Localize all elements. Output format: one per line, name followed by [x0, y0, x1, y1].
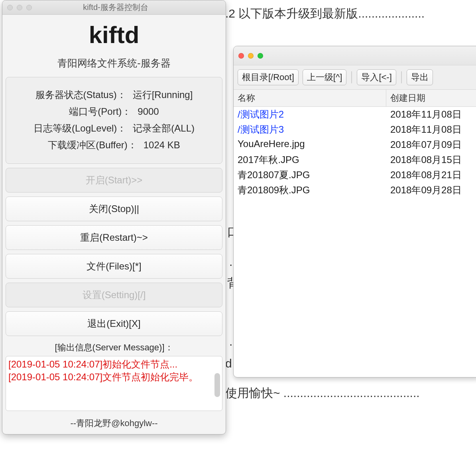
port-value: 9000: [138, 106, 159, 117]
column-header-name[interactable]: 名称: [234, 90, 386, 106]
table-row[interactable]: 2017年秋.JPG2018年08月15日: [234, 152, 476, 167]
file-name-cell[interactable]: 青201809秋.JPG: [234, 183, 386, 198]
file-date-cell: 2018年09月28日: [386, 183, 476, 198]
status-label: 服务器状态(Status)：: [35, 89, 126, 100]
bg-text-happy: 使用愉快~ ..................................…: [225, 385, 420, 401]
table-row[interactable]: /测试图片22018年11月08日: [234, 107, 476, 122]
app-subtitle: 青阳网络文件系统-服务器: [6, 57, 222, 70]
buffer-row: 下载缓冲区(Buffer)：1024 KB: [9, 139, 219, 151]
window-traffic-lights: [7, 5, 32, 10]
status-value: 运行[Running]: [133, 89, 193, 100]
file-date-cell: 2018年11月08日: [386, 122, 476, 137]
window-traffic-lights: [238, 53, 263, 59]
import-button[interactable]: 导入[<-]: [357, 69, 396, 85]
window-title: kiftd-服务器控制台: [32, 2, 199, 13]
buffer-value: 1024 KB: [144, 140, 180, 150]
toolbar-separator: [351, 71, 352, 83]
server-console-window: kiftd-服务器控制台 kiftd 青阳网络文件系统-服务器 服务器状态(St…: [2, 0, 226, 434]
close-icon[interactable]: [238, 53, 244, 59]
file-name-cell[interactable]: 青201807夏.JPG: [234, 167, 386, 183]
file-date-cell: 2018年08月15日: [386, 152, 476, 167]
file-name-cell[interactable]: 2017年秋.JPG: [234, 152, 386, 167]
status-row: 服务器状态(Status)：运行[Running]: [9, 88, 219, 101]
file-date-cell: 2018年08月21日: [386, 167, 476, 183]
file-browser-window: 根目录[/Root] 上一级[^] 导入[<-] 导出 名称 创建日期 /测试图…: [233, 46, 476, 377]
file-grid-header: 名称 创建日期: [234, 90, 476, 107]
table-row[interactable]: YouAreHere.jpg2018年07月09日: [234, 137, 476, 152]
table-row[interactable]: /测试图片32018年11月08日: [234, 122, 476, 137]
minimize-icon[interactable]: [248, 53, 254, 59]
log-line: [2019-01-05 10:24:07]初始化文件节点...: [8, 358, 220, 371]
file-toolbar: 根目录[/Root] 上一级[^] 导入[<-] 导出: [234, 65, 476, 90]
maximize-icon[interactable]: [26, 5, 32, 10]
file-grid: 名称 创建日期 /测试图片22018年11月08日/测试图片32018年11月0…: [234, 90, 476, 198]
port-label: 端口号(Port)：: [69, 106, 131, 117]
stop-button[interactable]: 关闭(Stop)||: [6, 197, 222, 221]
scrollbar-thumb[interactable]: [214, 373, 220, 397]
restart-button[interactable]: 重启(Restart)~>: [6, 225, 222, 250]
loglevel-value: 记录全部(ALL): [133, 123, 195, 134]
scrollbar[interactable]: [213, 358, 221, 409]
file-date-cell: 2018年11月08日: [386, 107, 476, 122]
files-button[interactable]: 文件(Files)[*]: [6, 254, 222, 279]
file-name-cell[interactable]: YouAreHere.jpg: [234, 137, 386, 152]
status-panel: 服务器状态(Status)：运行[Running] 端口号(Port)：9000…: [6, 77, 222, 164]
table-row[interactable]: 青201807夏.JPG2018年08月21日: [234, 167, 476, 183]
server-message-label: [输出信息(Server Message)]：: [6, 342, 222, 354]
bg-fragment-5: d: [225, 357, 232, 370]
port-row: 端口号(Port)：9000: [9, 105, 219, 118]
log-line: [2019-01-05 10:24:07]文件节点初始化完毕。: [8, 371, 220, 383]
toolbar-separator: [401, 71, 402, 83]
file-date-cell: 2018年07月09日: [386, 137, 476, 152]
file-name-cell[interactable]: /测试图片3: [234, 122, 386, 137]
loglevel-row: 日志等级(LogLevel)：记录全部(ALL): [9, 122, 219, 135]
footer-credit: --青阳龙野@kohgylw--: [6, 417, 222, 429]
column-header-date[interactable]: 创建日期: [386, 90, 476, 106]
bg-text-upgrade: .2 以下版本升级到最新版....................: [225, 6, 425, 22]
minimize-icon[interactable]: [17, 5, 22, 10]
buffer-label: 下载缓冲区(Buffer)：: [48, 140, 137, 150]
file-window-titlebar[interactable]: [234, 46, 476, 65]
maximize-icon[interactable]: [258, 53, 263, 59]
export-button[interactable]: 导出: [407, 69, 433, 85]
up-level-button[interactable]: 上一级[^]: [303, 69, 347, 85]
file-name-cell[interactable]: /测试图片2: [234, 107, 386, 122]
exit-button[interactable]: 退出(Exit)[X]: [6, 311, 222, 336]
root-button[interactable]: 根目录[/Root]: [238, 69, 299, 85]
setting-button: 设置(Setting)[/]: [6, 283, 222, 307]
start-button: 开启(Start)>>: [6, 168, 222, 193]
app-logo: kiftd: [6, 21, 222, 49]
server-message-output[interactable]: [2019-01-05 10:24:07]初始化文件节点... [2019-01…: [6, 356, 222, 411]
table-row[interactable]: 青201809秋.JPG2018年09月28日: [234, 183, 476, 198]
close-icon[interactable]: [7, 5, 13, 10]
loglevel-label: 日志等级(LogLevel)：: [33, 123, 126, 134]
window-titlebar[interactable]: kiftd-服务器控制台: [2, 0, 226, 15]
